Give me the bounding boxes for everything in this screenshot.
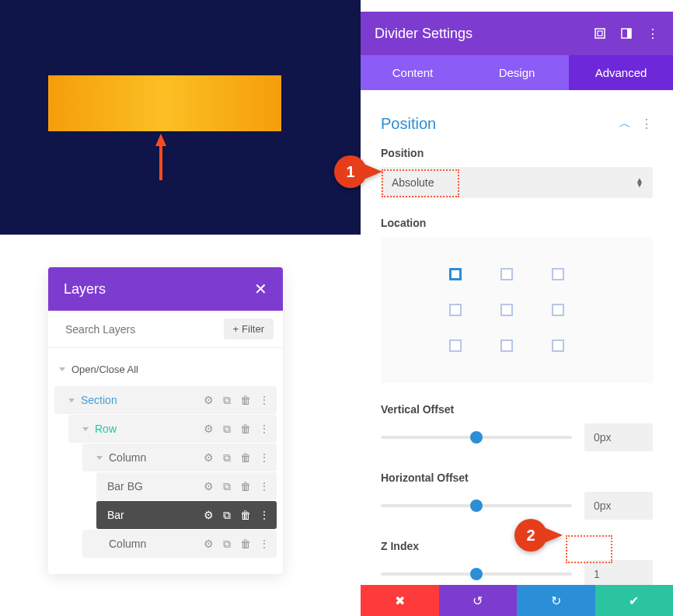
z-index-input[interactable] <box>584 560 653 585</box>
trash-icon[interactable]: 🗑 <box>239 538 252 550</box>
position-select-wrap: Absolute ▲▼ <box>381 167 653 198</box>
gear-icon[interactable]: ⚙ <box>202 394 214 406</box>
gear-icon[interactable]: ⚙ <box>202 423 214 435</box>
layer-bar-bg[interactable]: Bar BG ⚙ ⧉ 🗑 ⋮ <box>96 472 277 500</box>
more-icon[interactable]: ⋮ <box>258 423 270 435</box>
layers-search-input[interactable] <box>65 323 224 336</box>
horizontal-offset-row <box>381 492 653 520</box>
duplicate-icon[interactable]: ⧉ <box>221 480 233 493</box>
position-label: Position <box>381 147 653 159</box>
layer-bar-selected[interactable]: Bar ⚙ ⧉ 🗑 ⋮ <box>96 501 277 529</box>
gear-icon[interactable]: ⚙ <box>202 509 214 521</box>
more-icon[interactable]: ⋮ <box>258 509 270 521</box>
svg-rect-1 <box>598 31 602 36</box>
section-header[interactable]: Position ︿ ⋮ <box>381 103 653 147</box>
settings-body: Position ︿ ⋮ Position Absolute ▲▼ Locati… <box>361 90 673 585</box>
anchor-bottom-left[interactable] <box>449 339 462 352</box>
anchor-middle-left[interactable] <box>449 304 462 316</box>
layer-label: Row <box>92 423 202 435</box>
duplicate-icon[interactable]: ⧉ <box>221 394 233 407</box>
anchor-middle-right[interactable] <box>552 304 564 316</box>
more-icon[interactable]: ⋮ <box>258 394 270 406</box>
tab-content[interactable]: Content <box>361 55 465 90</box>
open-close-label: Open/Close All <box>71 364 138 375</box>
more-icon[interactable]: ⋮ <box>258 480 270 492</box>
location-label: Location <box>381 217 653 229</box>
slider-thumb[interactable] <box>470 568 483 580</box>
more-icon[interactable]: ⋮ <box>258 451 270 464</box>
close-icon[interactable]: ✕ <box>254 280 267 298</box>
gear-icon[interactable]: ⚙ <box>202 480 214 492</box>
save-button[interactable]: ✔ <box>595 585 674 616</box>
horizontal-offset-slider[interactable] <box>381 504 572 507</box>
layers-panel: Layers ✕ + Filter Open/Close All Section… <box>48 267 283 574</box>
more-icon[interactable]: ⋮ <box>647 26 659 41</box>
vertical-offset-slider[interactable] <box>381 436 572 439</box>
layer-label: Bar BG <box>104 480 202 492</box>
slider-thumb[interactable] <box>470 499 483 512</box>
slider-thumb[interactable] <box>470 431 483 444</box>
callout-number: 2 <box>514 519 547 552</box>
horizontal-offset-input[interactable] <box>584 492 653 520</box>
callout-tip-icon <box>544 527 563 543</box>
tab-design[interactable]: Design <box>465 55 569 90</box>
layer-label: Section <box>78 394 202 406</box>
duplicate-icon[interactable]: ⧉ <box>221 509 233 522</box>
trash-icon[interactable]: 🗑 <box>239 480 252 492</box>
bar-element[interactable] <box>48 75 281 131</box>
anchor-top-right[interactable] <box>552 268 564 280</box>
more-icon[interactable]: ⋮ <box>640 117 653 131</box>
vertical-offset-input[interactable] <box>584 423 653 451</box>
duplicate-icon[interactable]: ⧉ <box>221 451 233 465</box>
trash-icon[interactable]: 🗑 <box>239 451 252 464</box>
anchor-top-left[interactable] <box>449 268 462 280</box>
callout-number: 1 <box>334 155 367 188</box>
more-icon[interactable]: ⋮ <box>258 538 270 550</box>
canvas-area <box>0 0 361 235</box>
anchor-bottom-right[interactable] <box>552 339 564 352</box>
layer-label: Column <box>106 538 202 550</box>
section-title: Position <box>381 115 436 133</box>
open-close-all[interactable]: Open/Close All <box>54 357 277 386</box>
anchor-middle-center[interactable] <box>500 304 513 316</box>
layer-label: Column <box>106 451 202 464</box>
layers-title: Layers <box>64 281 106 298</box>
svg-rect-0 <box>595 29 605 38</box>
footer-actions: ✖ ↺ ↻ ✔ <box>361 585 673 616</box>
callout-1: 1 <box>334 155 382 188</box>
trash-icon[interactable]: 🗑 <box>239 509 252 521</box>
cancel-button[interactable]: ✖ <box>361 585 439 616</box>
chevron-down-icon <box>96 456 103 460</box>
trash-icon[interactable]: 🗑 <box>239 394 252 406</box>
gear-icon[interactable]: ⚙ <box>202 538 214 550</box>
settings-title: Divider Settings <box>375 26 472 42</box>
layers-body: Open/Close All Section ⚙ ⧉ 🗑 ⋮ Row ⚙ ⧉ 🗑… <box>48 348 283 574</box>
chevron-up-icon[interactable]: ︿ <box>619 116 631 132</box>
plus-icon: + <box>233 323 239 335</box>
settings-tabs: Content Design Advanced <box>361 55 673 90</box>
gear-icon[interactable]: ⚙ <box>202 451 214 464</box>
anchor-grid <box>449 268 584 352</box>
undo-button[interactable]: ↺ <box>439 585 518 616</box>
chevron-down-icon <box>82 427 89 431</box>
vertical-offset-row <box>381 423 653 451</box>
location-box <box>381 237 653 383</box>
layer-column-1[interactable]: Column ⚙ ⧉ 🗑 ⋮ <box>82 444 277 472</box>
layer-row-item[interactable]: Row ⚙ ⧉ 🗑 ⋮ <box>68 415 277 443</box>
tab-advanced[interactable]: Advanced <box>569 55 673 90</box>
chevron-down-icon <box>59 367 65 371</box>
duplicate-icon[interactable]: ⧉ <box>221 423 233 436</box>
filter-button[interactable]: + Filter <box>224 318 274 339</box>
expand-icon[interactable] <box>594 27 606 40</box>
z-index-slider[interactable] <box>381 572 572 576</box>
dock-icon[interactable] <box>620 27 633 40</box>
layer-section[interactable]: Section ⚙ ⧉ 🗑 ⋮ <box>54 386 277 414</box>
redo-button[interactable]: ↻ <box>517 585 595 616</box>
position-select[interactable]: Absolute <box>381 167 653 198</box>
layer-column-2[interactable]: Column ⚙ ⧉ 🗑 ⋮ <box>82 530 277 558</box>
arrow-up-icon <box>155 134 166 180</box>
anchor-bottom-center[interactable] <box>500 339 513 352</box>
anchor-top-center[interactable] <box>500 268 513 280</box>
duplicate-icon[interactable]: ⧉ <box>221 538 233 551</box>
trash-icon[interactable]: 🗑 <box>239 423 252 435</box>
